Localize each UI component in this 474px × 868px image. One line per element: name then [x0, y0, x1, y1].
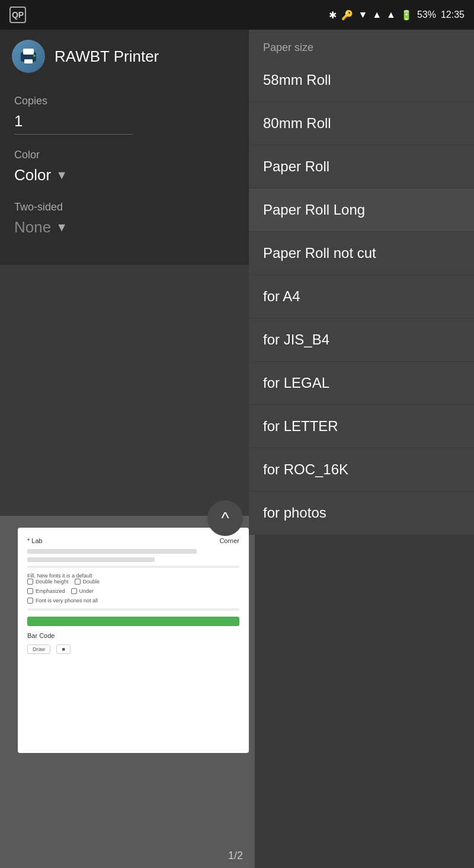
preview-header-row: * Lab Corner: [27, 537, 239, 544]
color-option: Color Color ▼: [14, 149, 231, 187]
paper-size-item-roll-long[interactable]: Paper Roll Long: [249, 189, 474, 232]
paper-size-item-label: for ROC_16K: [263, 461, 348, 477]
preview-line-3: [27, 566, 239, 568]
preview-checkbox-row-1: Double height Double: [27, 579, 239, 585]
preview-header-right: Corner: [219, 537, 239, 544]
copies-label: Copies: [14, 95, 231, 107]
printer-icon: [12, 40, 45, 73]
printer-icon-inner: [17, 45, 40, 68]
preview-checkbox-box-1: [27, 579, 33, 585]
bottom-right-area: [255, 516, 474, 868]
app-icon: QP: [9, 7, 26, 23]
preview-checkbox-box-4: [71, 588, 77, 594]
battery-percent: 53%: [417, 9, 436, 20]
two-sided-label: Two-sided: [14, 201, 231, 213]
paper-size-item-a4[interactable]: for A4: [249, 275, 474, 318]
paper-size-item-58mm[interactable]: 58mm Roll: [249, 59, 474, 102]
preview-checkbox-1: Double height: [27, 579, 69, 585]
preview-content: * Lab Corner Fill, New fonts it is a def…: [18, 528, 249, 753]
preview-green-bar: [27, 617, 239, 626]
collapse-chevron-icon: ^: [221, 510, 229, 526]
preview-checkbox-3: Emphasized: [27, 588, 65, 594]
preview-checkbox-5: Font is very phones not all: [27, 598, 239, 604]
preview-btn-1: Draw: [27, 644, 50, 654]
paper-size-item-label: for LEGAL: [263, 375, 329, 391]
svg-rect-2: [24, 59, 33, 63]
paper-size-item-label: Paper Roll Long: [263, 202, 365, 218]
status-right: ✱ 🔑 ▼ ▲ ▲ 🔋 53% 12:35: [329, 9, 465, 21]
paper-size-item-letter[interactable]: for LETTER: [249, 405, 474, 448]
svg-point-3: [33, 55, 36, 57]
two-sided-value: None: [14, 218, 51, 237]
status-left: QP: [9, 7, 26, 23]
paper-size-item-label: for JIS_B4: [263, 331, 329, 347]
paper-size-item-label: for LETTER: [263, 418, 338, 434]
copies-value[interactable]: 1: [14, 112, 133, 135]
printer-svg: [17, 45, 40, 68]
paper-size-item-label: Paper Roll: [263, 158, 329, 174]
paper-size-item-label: 58mm Roll: [263, 72, 331, 88]
key-icon: 🔑: [341, 9, 353, 21]
preview-checkbox-box-5: [27, 598, 33, 604]
battery-icon: 🔋: [401, 9, 412, 21]
preview-area: * Lab Corner Fill, New fonts it is a def…: [0, 516, 267, 868]
color-dropdown-arrow[interactable]: ▼: [56, 168, 68, 182]
preview-line-4: [27, 608, 239, 611]
color-label: Color: [14, 149, 231, 161]
paper-size-item-label: 80mm Roll: [263, 115, 331, 131]
two-sided-select[interactable]: None ▼: [14, 218, 231, 239]
paper-size-item-jis-b4[interactable]: for JIS_B4: [249, 318, 474, 362]
paper-size-dropdown: Paper size 58mm Roll 80mm Roll Paper Rol…: [249, 30, 474, 535]
preview-checkbox-box-3: [27, 588, 33, 594]
page-indicator: 1/2: [228, 850, 243, 862]
bluetooth-icon: ✱: [329, 9, 337, 21]
signal-icon: ▲: [372, 9, 382, 20]
preview-checkbox-2: Double: [75, 579, 100, 585]
preview-checkbox-4: Under: [71, 588, 94, 594]
paper-size-item-80mm[interactable]: 80mm Roll: [249, 102, 474, 145]
preview-btn-2: ■: [56, 644, 70, 654]
preview-label-1: Fill, New fonts it is a default: [27, 573, 239, 579]
paper-size-item-roll-no-cut[interactable]: Paper Roll not cut: [249, 232, 474, 275]
wifi-icon: ▼: [358, 9, 367, 20]
paper-size-label: Paper size: [249, 30, 474, 59]
collapse-button[interactable]: ^: [207, 500, 243, 536]
preview-line-2: [27, 557, 155, 562]
paper-size-list: 58mm Roll 80mm Roll Paper Roll Paper Rol…: [249, 59, 474, 535]
svg-rect-1: [23, 49, 34, 55]
two-sided-option: Two-sided None ▼: [14, 201, 231, 239]
paper-size-item-roc16k[interactable]: for ROC_16K: [249, 448, 474, 492]
two-sided-dropdown-arrow[interactable]: ▼: [56, 221, 68, 234]
preview-barcode-label: Bar Code: [27, 632, 239, 639]
paper-size-item-photos[interactable]: for photos: [249, 492, 474, 535]
signal-icon2: ▲: [386, 9, 396, 20]
paper-size-item-label: for A4: [263, 288, 300, 304]
preview-checkbox-box-2: [75, 579, 81, 585]
status-bar: QP ✱ 🔑 ▼ ▲ ▲ 🔋 53% 12:35: [0, 0, 474, 30]
preview-header-left: * Lab: [27, 537, 43, 544]
preview-line-1: [27, 549, 197, 554]
paper-size-item-roll[interactable]: Paper Roll: [249, 145, 474, 189]
paper-size-item-label: for photos: [263, 505, 326, 521]
paper-size-item-label: Paper Roll not cut: [263, 245, 376, 261]
clock: 12:35: [441, 9, 465, 20]
copies-option: Copies 1: [14, 95, 231, 135]
preview-buttons-row: Draw ■: [27, 643, 239, 656]
preview-checkbox-row-2: Emphasized Under: [27, 588, 239, 594]
left-column: Copies 1 Color Color ▼ Two-sided None ▼: [14, 95, 237, 253]
color-select[interactable]: Color ▼: [14, 166, 231, 187]
paper-size-item-legal[interactable]: for LEGAL: [249, 362, 474, 405]
color-value: Color: [14, 166, 51, 184]
